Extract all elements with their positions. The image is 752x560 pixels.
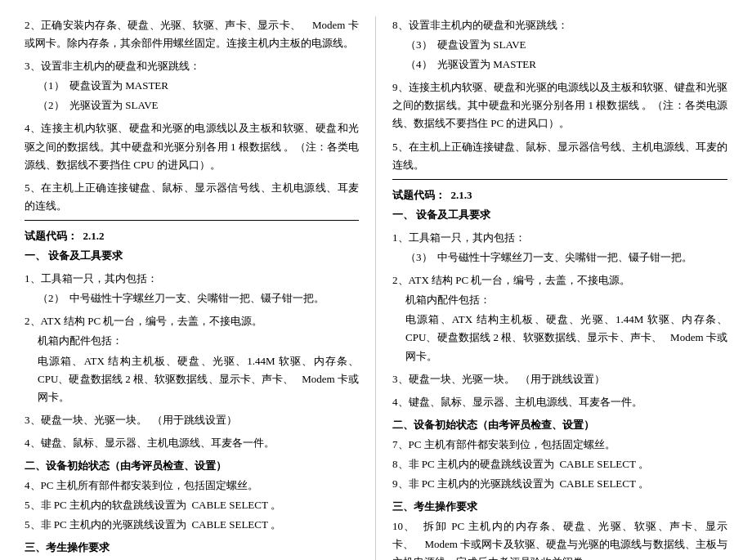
section-ops-left: 三、考生操作要求 6、拆卸 PC 主机内的内存条、硬盘、光驱、软驱、声卡、显示卡… bbox=[25, 539, 359, 560]
section-peripherals-right-5: 5、在主机上正确连接键盘、鼠标、显示器信号线、主机电源线、耳麦的连线。 bbox=[392, 138, 727, 174]
right-pc-parts-text: 电源箱、ATX 结构主机板、硬盘、光驱、1.44M 软驱、内存条、CPU、硬盘数… bbox=[392, 311, 727, 365]
right-exam-code: 试题代码： 2.1.3 bbox=[392, 186, 727, 204]
section-tools-left: 1、工具箱一只，其内包括： （2） 中号磁性十字螺丝刀一支、尖嘴钳一把、镊子钳一… bbox=[25, 270, 359, 307]
section-tools-right: 1、工具箱一只，其内包括： （3） 中号磁性十字螺丝刀一支、尖嘴钳一把、镊子钳一… bbox=[392, 229, 727, 267]
section-peripherals-5: 5、在主机上正确连接键盘、鼠标、显示器信号线、主机电源线、耳麦的连线。 bbox=[25, 179, 359, 215]
left-exam-code: 试题代码： 2.1.2 bbox=[25, 227, 359, 245]
left-toolbox-title: 1、工具箱一只，其内包括： bbox=[25, 270, 359, 288]
right-pc-title: 2、ATX 结构 PC 机一台，编号，去盖，不接电源。 bbox=[392, 271, 727, 289]
left-section-three-title: 三、考生操作要求 bbox=[25, 539, 359, 557]
left-kbd-text: 4、键盘、鼠标、显示器、主机电源线、耳麦各一件。 bbox=[25, 434, 359, 452]
left-toolbox-item2: （2） 中号磁性十字螺丝刀一支、尖嘴钳一把、镊子钳一把。 bbox=[25, 289, 359, 307]
section-jumper-right-8: 8、设置非主机内的硬盘和光驱跳线： （3） 硬盘设置为 SLAVE （4） 光驱… bbox=[392, 16, 727, 74]
left-divider bbox=[25, 220, 359, 221]
right-state-8-text: 8、非 PC 主机内的硬盘跳线设置为 CABLE SELECT 。 bbox=[392, 455, 727, 473]
right-state-7-text: 7、PC 主机有部件都安装到位，包括固定螺丝。 bbox=[392, 436, 727, 454]
left-pc-parts-text: 电源箱、ATX 结构主机板、硬盘、光驱、1.44M 软驱、内存条、CPU、硬盘数… bbox=[25, 352, 359, 406]
right-column: 8、设置非主机内的硬盘和光驱跳线： （3） 硬盘设置为 SLAVE （4） 光驱… bbox=[376, 16, 727, 560]
right-hd-text: 3、硬盘一块、光驱一块。 （用于跳线设置） bbox=[392, 370, 727, 388]
right-section-one-title: 一、 设备及工具要求 bbox=[392, 206, 727, 224]
left-section-one-title: 一、 设备及工具要求 bbox=[25, 247, 359, 265]
left-pc-title: 2、ATX 结构 PC 机一台，编号，去盖，不接电源。 bbox=[25, 312, 359, 330]
section-code-212: 试题代码： 2.1.2 一、 设备及工具要求 bbox=[25, 227, 359, 265]
left-item-5: 4、连接主机内软驱、硬盘和光驱的电源线以及主板和软驱、硬盘和光驱之间的数据线。其… bbox=[25, 119, 359, 173]
left-hd-text: 3、硬盘一块、光驱一块。 （用于跳线设置） bbox=[25, 411, 359, 429]
right-item-2-text: （3） 硬盘设置为 SLAVE bbox=[392, 36, 727, 54]
section-jumper-3: 3、设置非主机内的硬盘和光驱跳线： （1） 硬盘设置为 MASTER （2） 光… bbox=[25, 57, 359, 114]
section-hd-left: 3、硬盘一块、光驱一块。 （用于跳线设置） bbox=[25, 411, 359, 429]
right-kbd-text: 4、键盘、鼠标、显示器、主机电源线、耳麦各一件。 bbox=[392, 393, 727, 411]
left-state-4-text: 4、PC 主机所有部件都安装到位，包括固定螺丝。 bbox=[25, 477, 359, 495]
right-toolbox-title: 1、工具箱一只，其内包括： bbox=[392, 229, 727, 247]
left-column: 2、正确安装内存条、硬盘、光驱、软驱、声卡、显示卡、 Modem 卡或网卡。除内… bbox=[25, 16, 376, 560]
right-item-4-text: 9、连接主机内软驱、硬盘和光驱的电源线以及主板和软驱、键盘和光驱之间的数据线。其… bbox=[392, 78, 727, 132]
section-connect-right-9: 9、连接主机内软驱、硬盘和光驱的电源线以及主板和软驱、键盘和光驱之间的数据线。其… bbox=[392, 78, 727, 132]
section-state-left: 二、设备初始状态（由考评员检查、设置） 4、PC 主机所有部件都安装到位，包括固… bbox=[25, 457, 359, 534]
left-state-5b-text: 5、非 PC 主机内的光驱跳线设置为 CABLE SELECT 。 bbox=[25, 516, 359, 534]
left-section-two-title: 二、设备初始状态（由考评员检查、设置） bbox=[25, 457, 359, 475]
section-pc-right: 2、ATX 结构 PC 机一台，编号，去盖，不接电源。 机箱内配件包括： 电源箱… bbox=[392, 271, 727, 365]
left-pc-sub-title: 机箱内配件包括： bbox=[25, 332, 359, 350]
left-item-1: 2、正确安装内存条、硬盘、光驱、软驱、声卡、显示卡、 Modem 卡或网卡。除内… bbox=[25, 16, 359, 52]
section-ops-right: 三、考生操作要求 10、 拆卸 PC 主机内的内存条、硬盘、光驱、软驱、声卡、显… bbox=[392, 498, 727, 560]
left-state-5-text: 5、非 PC 主机内的软盘跳线设置为 CABLE SELECT 。 bbox=[25, 496, 359, 514]
section-kbd-right: 4、键盘、鼠标、显示器、主机电源线、耳麦各一件。 bbox=[392, 393, 727, 411]
right-divider bbox=[392, 179, 727, 180]
left-item-6: 5、在主机上正确连接键盘、鼠标、显示器信号线、主机电源线、耳麦的连线。 bbox=[25, 179, 359, 215]
right-pc-sub-title: 机箱内配件包括： bbox=[392, 291, 727, 309]
right-item-5-text: 5、在主机上正确连接键盘、鼠标、显示器信号线、主机电源线、耳麦的连线。 bbox=[392, 138, 727, 174]
section-kbd-left: 4、键盘、鼠标、显示器、主机电源线、耳麦各一件。 bbox=[25, 434, 359, 452]
right-item-1-text: 8、设置非主机内的硬盘和光驱跳线： bbox=[392, 16, 727, 34]
section-state-right: 二、设备初始状态（由考评员检查、设置） 7、PC 主机有部件都安装到位，包括固定… bbox=[392, 416, 727, 493]
right-op-10-text: 10、 拆卸 PC 主机内的内存条、硬盘、光驱、软驱、声卡、显示卡、 Modem… bbox=[392, 517, 727, 560]
section-hd-right: 3、硬盘一块、光驱一块。 （用于跳线设置） bbox=[392, 370, 727, 388]
left-item-2: 3、设置非主机内的硬盘和光驱跳线： bbox=[25, 57, 359, 75]
right-toolbox-item3: （3） 中号磁性十字螺丝刀一支、尖嘴钳一把、镊子钳一把。 bbox=[392, 249, 727, 267]
right-section-two-title: 二、设备初始状态（由考评员检查、设置） bbox=[392, 416, 727, 434]
right-item-3-text: （4） 光驱设置为 MASTER bbox=[392, 56, 727, 74]
left-item-4: （2） 光驱设置为 SLAVE bbox=[25, 96, 359, 114]
page-container: 2、正确安装内存条、硬盘、光驱、软驱、声卡、显示卡、 Modem 卡或网卡。除内… bbox=[25, 16, 727, 560]
section-pc-left: 2、ATX 结构 PC 机一台，编号，去盖，不接电源。 机箱内配件包括： 电源箱… bbox=[25, 312, 359, 405]
section-connect-4: 4、连接主机内软驱、硬盘和光驱的电源线以及主板和软驱、硬盘和光驱之间的数据线。其… bbox=[25, 119, 359, 173]
section-intro-2: 2、正确安装内存条、硬盘、光驱、软驱、声卡、显示卡、 Modem 卡或网卡。除内… bbox=[25, 16, 359, 52]
right-state-9-text: 9、非 PC 主机内的光驱跳线设置为 CABLE SELECT 。 bbox=[392, 475, 727, 493]
left-item-3: （1） 硬盘设置为 MASTER bbox=[25, 77, 359, 95]
right-section-three-title: 三、考生操作要求 bbox=[392, 498, 727, 516]
section-code-213: 试题代码： 2.1.3 一、 设备及工具要求 bbox=[392, 186, 727, 224]
